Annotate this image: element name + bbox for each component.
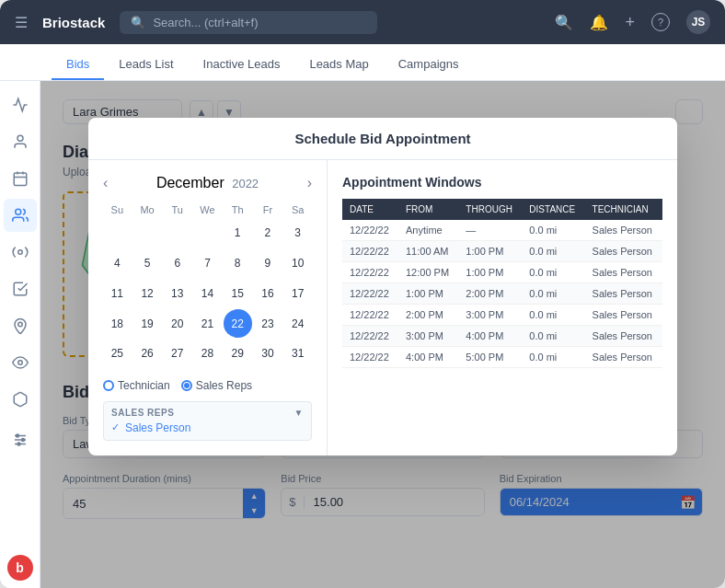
sales-reps-radio[interactable]: Sales Reps [181,379,252,392]
cal-day-22[interactable]: 22 [224,309,252,338]
table-row[interactable]: 12/22/22 11:00 AM 1:00 PM 0.0 mi Sales P… [342,241,662,262]
svg-point-14 [17,443,20,445]
cal-day-20[interactable]: 20 [163,309,191,338]
cell-through: 1:00 PM [458,241,522,262]
cal-day-21[interactable]: 21 [193,309,222,338]
cal-day-1[interactable]: 1 [224,219,252,248]
search-bar[interactable]: 🔍 Search... (ctrl+alt+f) [120,11,377,34]
cal-day-25[interactable]: 25 [103,340,132,368]
plus-icon[interactable]: + [625,13,635,32]
cell-date: 12/22/22 [342,220,398,241]
cell-from: 2:00 PM [398,305,458,326]
tab-leads-list[interactable]: Leads List [104,50,188,80]
search-nav-icon[interactable]: 🔍 [555,14,573,31]
cal-day-6[interactable]: 6 [163,249,191,278]
cell-tech: Sales Person [585,262,662,283]
svg-point-6 [17,250,22,255]
cal-day-26[interactable]: 26 [133,340,162,368]
svg-point-13 [21,439,24,442]
cal-day-header-sa: Sa [283,202,312,217]
technician-radio[interactable]: Technician [103,379,170,392]
cell-distance: 0.0 mi [522,262,584,283]
cal-day-10[interactable]: 10 [283,249,312,278]
cal-day-28[interactable]: 28 [193,340,222,368]
cal-day-empty-4 [193,219,222,248]
cal-day-19[interactable]: 19 [133,309,162,338]
cal-day-17[interactable]: 17 [283,279,312,307]
cell-distance: 0.0 mi [522,220,584,241]
cal-day-29[interactable]: 29 [224,340,252,368]
main-layout: b Lara Grimes ▲ ▼ Diagram Upload a diagr… [0,81,725,588]
cal-day-30[interactable]: 30 [254,340,282,368]
cal-prev-btn[interactable]: ‹ [103,175,108,191]
table-row[interactable]: 12/22/22 2:00 PM 3:00 PM 0.0 mi Sales Pe… [342,305,662,326]
col-date: DATE [342,199,398,220]
cell-tech: Sales Person [585,283,662,305]
cal-day-31[interactable]: 31 [283,340,312,368]
cal-day-27[interactable]: 27 [163,340,191,368]
cal-day-23[interactable]: 23 [254,309,282,338]
technician-radio-dot [103,380,114,391]
table-row[interactable]: 12/22/22 Anytime — 0.0 mi Sales Person [342,220,662,241]
cal-day-header-th: Th [224,202,252,217]
table-row[interactable]: 12/22/22 1:00 PM 2:00 PM 0.0 mi Sales Pe… [342,283,662,305]
tab-inactive-leads[interactable]: Inactive Leads [189,50,295,80]
table-row[interactable]: 12/22/22 3:00 PM 4:00 PM 0.0 mi Sales Pe… [342,326,662,347]
user-avatar[interactable]: JS [686,10,710,34]
sidebar-icon-box[interactable] [4,383,37,416]
cal-day-4[interactable]: 4 [103,249,132,278]
sidebar-icon-person[interactable] [4,125,37,158]
sidebar-icon-eye[interactable] [4,346,37,379]
cal-day-16[interactable]: 16 [254,279,282,307]
sub-nav: Bids Leads List Inactive Leads Leads Map… [0,44,725,81]
cal-day-18[interactable]: 18 [103,309,132,338]
table-row[interactable]: 12/22/22 4:00 PM 5:00 PM 0.0 mi Sales Pe… [342,347,662,368]
table-row[interactable]: 12/22/22 12:00 PM 1:00 PM 0.0 mi Sales P… [342,262,662,283]
hamburger-menu[interactable]: ☰ [15,14,28,31]
sidebar-icon-check[interactable] [4,272,37,306]
tab-campaigns[interactable]: Campaigns [384,50,474,80]
modal-title: Schedule Bid Appointment [88,118,677,160]
sidebar-icon-chart[interactable] [4,88,37,121]
cal-day-5[interactable]: 5 [133,249,162,278]
cal-day-13[interactable]: 13 [163,279,191,307]
cal-day-24[interactable]: 24 [283,309,312,338]
cal-next-btn[interactable]: › [307,175,312,191]
sales-rep-item[interactable]: ✓ Sales Person [111,421,304,434]
cell-tech: Sales Person [585,326,662,347]
cal-day-15[interactable]: 15 [224,279,252,307]
sidebar: b [0,81,40,588]
cell-date: 12/22/22 [342,305,398,326]
brand-name: Briostack [42,15,105,30]
sales-rep-name: Sales Person [125,421,190,434]
sales-reps-radio-dot [181,380,192,391]
cal-day-7[interactable]: 7 [193,249,222,278]
col-technician: TECHNICIAN [585,199,662,220]
cal-day-2[interactable]: 2 [254,219,282,248]
cal-day-3[interactable]: 3 [283,219,312,248]
sidebar-icon-people[interactable] [4,199,37,232]
cell-date: 12/22/22 [342,326,398,347]
appt-windows-table: DATE FROM THROUGH DISTANCE TECHNICIAN 12… [342,199,662,368]
cal-day-12[interactable]: 12 [133,279,162,307]
cell-date: 12/22/22 [342,347,398,368]
cal-day-empty-3 [163,219,191,248]
cell-distance: 0.0 mi [522,283,584,305]
tab-bids[interactable]: Bids [52,50,104,80]
sales-reps-expand[interactable]: ▼ [294,408,304,418]
svg-point-7 [17,322,22,327]
cal-day-9[interactable]: 9 [254,249,282,278]
help-icon[interactable]: ? [651,13,670,31]
tab-leads-map[interactable]: Leads Map [294,50,383,80]
sidebar-icon-map[interactable] [4,309,37,342]
bell-icon[interactable]: 🔔 [590,14,608,31]
search-icon: 🔍 [131,16,145,29]
cal-day-8[interactable]: 8 [224,249,252,278]
cal-day-14[interactable]: 14 [193,279,222,307]
sidebar-icon-calendar[interactable] [4,162,37,195]
cal-day-11[interactable]: 11 [103,279,132,307]
sidebar-icon-settings[interactable] [4,236,37,269]
cell-from: 11:00 AM [398,241,458,262]
table-header-row: DATE FROM THROUGH DISTANCE TECHNICIAN [342,199,662,220]
sidebar-icon-sliders[interactable] [4,423,37,456]
